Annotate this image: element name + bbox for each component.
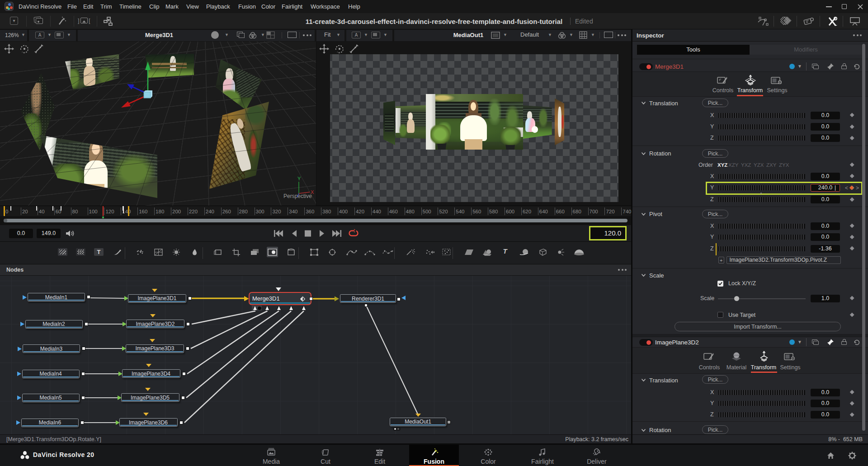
svg-text:X: X bbox=[311, 189, 314, 195]
svg-text:Y: Y bbox=[297, 176, 301, 181]
